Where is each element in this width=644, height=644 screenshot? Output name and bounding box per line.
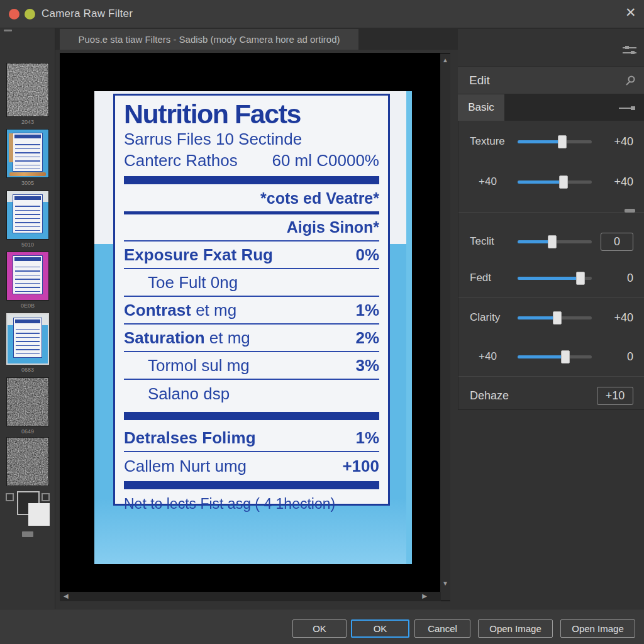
slider-value: +40	[601, 135, 633, 148]
label-row: Callem Nurt umg +100	[124, 452, 379, 480]
slider-handle[interactable]	[553, 311, 562, 325]
slider-row-clarity: Clarity +40	[458, 305, 644, 330]
label-row: Exposure Fxat Rug 0%	[124, 242, 379, 269]
dehaze-value-box[interactable]: +10	[597, 387, 633, 405]
slider[interactable]	[518, 180, 592, 184]
slider-label: Clarity	[470, 311, 518, 324]
photo-preview: Nutrition Facts Sarrus Files 10 Sectinde…	[94, 91, 412, 564]
horizontal-scrollbar[interactable]: ◀ ▶	[60, 592, 441, 601]
nutrition-callout: *cots ed Veatre*	[124, 189, 379, 208]
nutrition-title: Nutrition Facts	[124, 99, 379, 129]
texture-slider[interactable]	[518, 140, 592, 143]
scroll-down-icon[interactable]: ▼	[442, 580, 448, 587]
slider-handle[interactable]	[559, 175, 568, 189]
divider-dash-icon[interactable]	[625, 209, 635, 213]
filmstrip-thumb-noise-2[interactable]	[6, 377, 49, 426]
filmstrip-thumb-label-magenta[interactable]	[6, 252, 49, 301]
open-image-button-2[interactable]: Open Image	[560, 619, 635, 638]
slider-label: Teclit	[470, 235, 518, 248]
thumb-caption: 2043	[0, 119, 55, 125]
document-tab[interactable]: Puos.e sta tiaw Filters - Sadisb (mody C…	[60, 29, 358, 50]
nutrition-label: Nutrition Facts Sarrus Files 10 Sectinde…	[113, 94, 390, 506]
slider-label: +40	[470, 175, 518, 188]
slider[interactable]	[518, 240, 592, 243]
slider-value: 0	[601, 350, 633, 364]
panel-divider	[458, 297, 644, 298]
label-row: Contrast et mg 1%	[124, 297, 379, 325]
cancel-button[interactable]: Cancel	[414, 619, 470, 638]
window-title: Camera Raw Filter	[42, 8, 133, 20]
slider-value: 0	[601, 272, 633, 285]
label-footer: Net to lects Fist asg ( 4 1hection)	[124, 492, 379, 515]
slider-value: +40	[601, 311, 633, 325]
filmstrip-thumb-label-blue-2[interactable]	[6, 191, 49, 240]
nutrition-line: Canterc Rathos 60 ml C0000%	[124, 150, 379, 172]
scroll-right-icon[interactable]: ▶	[422, 593, 427, 599]
clarity-slider[interactable]	[518, 316, 592, 319]
slider-row-2: +40 +40	[458, 169, 644, 194]
slider-row-6: +40 0	[458, 344, 644, 369]
label-bar	[124, 412, 379, 420]
thumb-caption: 3005	[0, 180, 55, 186]
slider-value-box[interactable]: 0	[601, 233, 633, 251]
thumb-caption: 5010	[0, 242, 55, 248]
slider[interactable]	[518, 277, 592, 280]
swatch-small-right[interactable]	[42, 493, 50, 501]
basic-panel-body: Texture +40 +40 +40 Teclit 0 Fedt 0 Clar…	[458, 121, 644, 410]
edit-section-header[interactable]: Edit	[458, 67, 644, 94]
slider-label: Fedt	[470, 272, 518, 284]
dehaze-row: Dehaze +10	[458, 382, 644, 409]
slider-handle[interactable]	[576, 272, 585, 285]
ok-button[interactable]: OK	[292, 619, 347, 638]
title-bar: Camera Raw Filter ✕	[0, 0, 644, 28]
slider-label: Texture	[470, 135, 518, 148]
nutrition-callout: Aigis Sinon*	[124, 218, 379, 237]
filmstrip-thumb-noise-3[interactable]	[6, 437, 49, 486]
photo-blue-edge	[406, 91, 412, 564]
scroll-up-icon[interactable]: ▲	[442, 57, 448, 64]
filmstrip-collapse-handle[interactable]	[4, 30, 12, 31]
tab-basic[interactable]: Basic	[458, 94, 504, 121]
slider-row-fedt: Fedt 0	[458, 265, 644, 291]
label-row: Salano dsp	[124, 380, 379, 408]
ok-button-focused[interactable]: OK	[351, 619, 409, 638]
slider-value: +40	[601, 175, 633, 189]
open-image-button[interactable]: Open Image	[478, 619, 553, 638]
slider-handle[interactable]	[561, 350, 570, 364]
histogram-sliders-icon[interactable]	[623, 45, 638, 56]
panel-header-area	[458, 29, 644, 67]
label-bar	[124, 481, 379, 489]
mini-slider-icon[interactable]	[619, 106, 635, 110]
label-bar	[124, 176, 379, 184]
filmstrip-thumb-noise-1[interactable]	[6, 63, 49, 117]
slider[interactable]	[518, 355, 592, 358]
slider-row-texture: Texture +40	[458, 129, 644, 154]
label-row: Detralses Folimg 1%	[124, 425, 379, 452]
slider-handle[interactable]	[558, 135, 567, 148]
thumb-caption: 0E0B	[0, 303, 55, 309]
slider-handle[interactable]	[548, 235, 557, 248]
label-bar	[124, 211, 379, 214]
edit-label: Edit	[469, 74, 490, 87]
swatch-reset-handle[interactable]	[22, 531, 33, 537]
label-row: Toe Fult 0ng	[124, 269, 379, 297]
label-row: Saturation et mg 2%	[124, 325, 379, 352]
slider-label: +40	[470, 350, 518, 363]
background-color-swatch[interactable]	[28, 503, 50, 526]
label-row: Tormol sul mg 3%	[124, 352, 379, 380]
panel-divider	[458, 212, 644, 213]
close-icon[interactable]: ✕	[625, 5, 636, 20]
nutrition-line: Sarrus Files 10 Sectinde	[124, 129, 379, 150]
slider-row-teclit: Teclit 0	[458, 229, 644, 254]
minimize-traffic-light[interactable]	[25, 9, 35, 19]
magnifier-icon[interactable]	[624, 74, 636, 89]
vertical-scrollbar[interactable]: ▲ ▼	[440, 53, 450, 601]
filmstrip-thumb-label-blue-selected[interactable]	[6, 313, 49, 365]
swatch-small-left[interactable]	[6, 493, 14, 501]
thumb-caption: 0683	[0, 367, 55, 373]
panel-divider	[458, 376, 644, 377]
close-traffic-light[interactable]	[9, 9, 19, 19]
basic-tab-row: Basic	[458, 94, 644, 121]
filmstrip-thumb-label-blue-1[interactable]	[6, 129, 49, 178]
scroll-left-icon[interactable]: ◀	[64, 593, 69, 599]
